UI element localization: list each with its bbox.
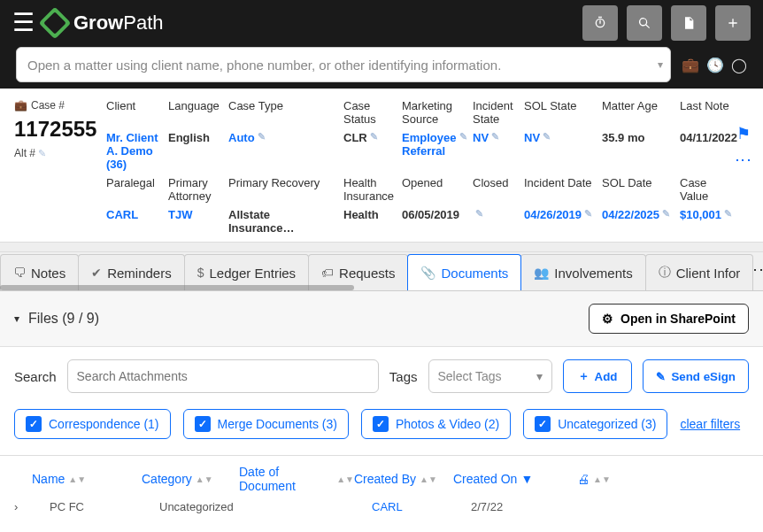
attorney-val[interactable]: TJW [168,208,223,235]
closed-hdr: Closed [473,176,519,203]
logo-badge-icon [39,7,72,40]
chip-photos[interactable]: ✓Photos & Video (2) [361,409,511,439]
alt-number-label: Alt # ✎ [14,147,94,159]
casevalue-val[interactable]: $10,001✎ [680,208,736,235]
kebab-menu[interactable]: ⋮ [741,152,746,168]
casestatus-val: CLR✎ [343,131,397,171]
language-hdr: Language [168,99,223,126]
expand-icon[interactable]: › [14,500,32,513]
pencil-icon[interactable]: ✎ [38,148,46,158]
search-icon [637,16,651,30]
paperclip-icon: 📎 [420,266,435,280]
send-esign-button[interactable]: ✎Send eSign [643,359,749,393]
plus-icon: ＋ [578,368,590,384]
casestatus-hdr: Case Status [343,99,397,126]
pencil-icon[interactable]: ✎ [370,131,378,143]
soldate-val[interactable]: 04/22/2025✎ [602,208,674,235]
sort-desc-icon: ▼ [520,472,533,486]
lastnote-hdr: Last Note [680,99,736,126]
soldate-hdr: SOL Date [602,176,674,203]
col-print[interactable]: 🖨 ▲▼ [577,465,749,493]
attorney-hdr: Primary Attorney [168,176,223,203]
pencil-icon[interactable]: ✎ [724,208,732,220]
chevron-down-icon: ▾ [536,369,543,383]
chevron-down-icon[interactable]: ▾ [14,312,19,325]
matterage-val: 35.9 mo [602,131,674,171]
chip-merge[interactable]: ✓Merge Documents (3) [183,409,349,439]
tab-documents[interactable]: 📎Documents [407,254,521,290]
opened-hdr: Opened [402,176,467,203]
tabs-overflow[interactable]: ⋮ [752,252,763,290]
col-category[interactable]: Category▲▼ [142,465,239,493]
logo-text: GrowPath [73,12,164,35]
flag-icon[interactable]: ⚑ [736,124,751,143]
col-date[interactable]: Date of Document▲▼ [239,465,354,493]
cell-by: CARL [372,500,471,513]
tab-clientinfo[interactable]: ⓘClient Infor [645,254,754,290]
health-hdr: Health Insurance [343,176,397,203]
paralegal-hdr: Paralegal [106,176,163,203]
pencil-icon[interactable]: ✎ [258,131,266,143]
tab-bar: 🗨Notes ✔Reminders $Ledger Entries 🏷Reque… [0,252,763,291]
checkbox-icon: ✓ [373,416,389,432]
search-button[interactable] [627,5,662,41]
casevalue-hdr: Case Value [680,176,736,203]
section-divider [0,242,763,252]
chevron-down-icon[interactable]: ▾ [658,58,663,71]
chip-uncategorized[interactable]: ✓Uncategorized (3) [523,409,667,439]
pencil-icon[interactable]: ✎ [662,208,670,220]
cell-date [257,500,372,513]
col-createdon[interactable]: Created On ▼ [453,465,577,493]
checkbox-icon: ✓ [535,416,551,432]
casetype-val[interactable]: Auto✎ [228,131,338,171]
top-bar: ☰ GrowPath ▾ 💼 🕓 ◯ [0,0,763,89]
hamburger-menu[interactable]: ☰ [12,11,35,35]
clock-icon[interactable]: 🕓 [706,57,724,73]
pencil-icon[interactable]: ✎ [584,208,592,220]
sharepoint-icon: ⚙ [602,312,613,326]
printer-icon: 🖨 [577,472,590,486]
document-button[interactable] [671,5,706,41]
lastnote-val: 04/11/2022 [680,131,736,171]
dollar-icon: $ [197,266,204,280]
matter-search[interactable]: ▾ [16,47,671,82]
document-icon [682,16,696,30]
pencil-icon[interactable]: ✎ [491,131,499,143]
sort-icon: ▲▼ [68,474,86,484]
marketing-val[interactable]: Employee Referral✎ [402,131,467,171]
col-name[interactable]: Name▲▼ [32,465,142,493]
attachment-search-input[interactable] [67,359,379,393]
pencil-icon[interactable]: ✎ [459,131,467,143]
pencil-icon[interactable]: ✎ [475,208,483,220]
scroll-indicator[interactable] [0,285,354,290]
timer-button[interactable] [582,5,618,41]
client-link[interactable]: Mr. Client A. Demo (36) [106,131,163,171]
solstate-val[interactable]: NV✎ [524,131,597,171]
open-sharepoint-button[interactable]: ⚙ Open in SharePoint [589,304,749,334]
case-number: 1172555 [14,117,94,142]
pencil-icon[interactable]: ✎ [543,131,551,143]
matter-search-input[interactable] [27,58,658,73]
tab-involvements[interactable]: 👥Involvements [520,254,645,290]
recovery-hdr: Primary Recovery [228,176,338,203]
info-icon: ⓘ [659,265,671,281]
briefcase-icon[interactable]: 💼 [682,57,699,73]
paralegal-val[interactable]: CARL [106,208,163,235]
col-createdby[interactable]: Created By▲▼ [354,465,453,493]
health-val: Health [343,208,397,235]
filter-chips: ✓Correspondence (1) ✓Merge Documents (3)… [0,405,763,455]
cell-name: PC FC [50,500,159,513]
table-row[interactable]: › PC FC Uncategorized CARL 2/7/22 [0,498,763,513]
incstate-val[interactable]: NV✎ [473,131,519,171]
tags-select[interactable]: Select Tags ▾ [428,359,552,393]
chip-correspondence[interactable]: ✓Correspondence (1) [14,409,171,439]
clear-filters-link[interactable]: clear filters [680,417,740,431]
add-button[interactable] [715,5,751,41]
matterage-hdr: Matter Age [602,99,674,126]
closed-val: ✎ [473,208,519,235]
incdate-val[interactable]: 04/26/2019✎ [524,208,597,235]
sort-icon: ▲▼ [196,474,213,484]
people-icon: 👥 [534,266,549,280]
add-button[interactable]: ＋Add [563,359,633,393]
circle-icon[interactable]: ◯ [731,57,747,73]
